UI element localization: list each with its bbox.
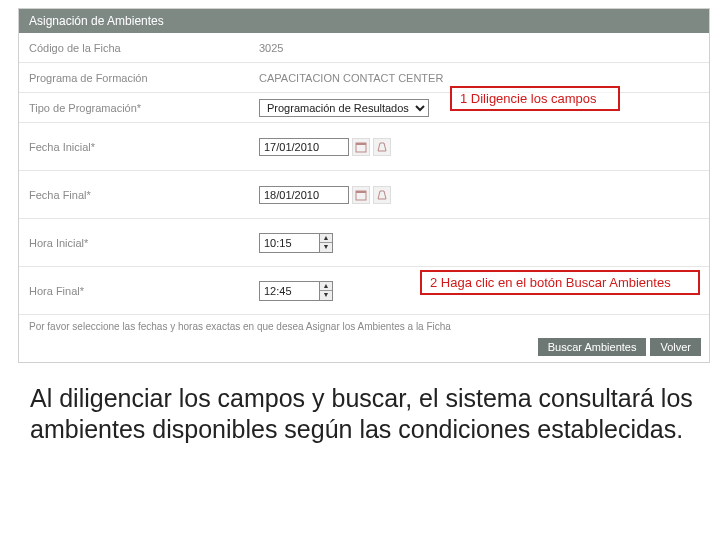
svg-rect-1 <box>356 143 366 145</box>
form-panel: Asignación de Ambientes Código de la Fic… <box>18 8 710 363</box>
chevron-up-icon[interactable]: ▲ <box>320 282 332 292</box>
clear-date-icon[interactable] <box>373 186 391 204</box>
row-hora-inicial: Hora Inicial* ▲ ▼ <box>19 219 709 267</box>
buscar-ambientes-button[interactable]: Buscar Ambientes <box>538 338 647 356</box>
label-tipo-programacion: Tipo de Programación* <box>29 102 259 114</box>
chevron-up-icon[interactable]: ▲ <box>320 234 332 244</box>
chevron-down-icon[interactable]: ▼ <box>320 291 332 300</box>
calendar-icon[interactable] <box>352 138 370 156</box>
panel-title: Asignación de Ambientes <box>19 9 709 33</box>
value-codigo-ficha: 3025 <box>259 42 283 54</box>
chevron-down-icon[interactable]: ▼ <box>320 243 332 252</box>
label-fecha-inicial: Fecha Inicial* <box>29 141 259 153</box>
input-hora-final[interactable] <box>259 281 319 301</box>
label-hora-inicial: Hora Inicial* <box>29 237 259 249</box>
spinner-hora-inicial[interactable]: ▲ ▼ <box>319 233 333 253</box>
row-fecha-inicial: Fecha Inicial* <box>19 123 709 171</box>
row-fecha-final: Fecha Final* <box>19 171 709 219</box>
footer-note: Por favor seleccione las fechas y horas … <box>19 315 709 334</box>
label-fecha-final: Fecha Final* <box>29 189 259 201</box>
annotation-1: 1 Diligencie los campos <box>450 86 620 111</box>
volver-button[interactable]: Volver <box>650 338 701 356</box>
calendar-icon[interactable] <box>352 186 370 204</box>
select-tipo-programacion[interactable]: Programación de Resultados <box>259 99 429 117</box>
clear-date-icon[interactable] <box>373 138 391 156</box>
spinner-hora-final[interactable]: ▲ ▼ <box>319 281 333 301</box>
input-fecha-inicial[interactable] <box>259 138 349 156</box>
input-fecha-final[interactable] <box>259 186 349 204</box>
annotation-2: 2 Haga clic en el botón Buscar Ambientes <box>420 270 700 295</box>
label-codigo-ficha: Código de la Ficha <box>29 42 259 54</box>
label-hora-final: Hora Final* <box>29 285 259 297</box>
row-codigo-ficha: Código de la Ficha 3025 <box>19 33 709 63</box>
value-programa: CAPACITACION CONTACT CENTER <box>259 72 443 84</box>
input-hora-inicial[interactable] <box>259 233 319 253</box>
label-programa: Programa de Formación <box>29 72 259 84</box>
svg-rect-3 <box>356 191 366 193</box>
action-bar: Buscar Ambientes Volver <box>19 334 709 362</box>
slide-caption: Al diligenciar los campos y buscar, el s… <box>30 383 696 446</box>
